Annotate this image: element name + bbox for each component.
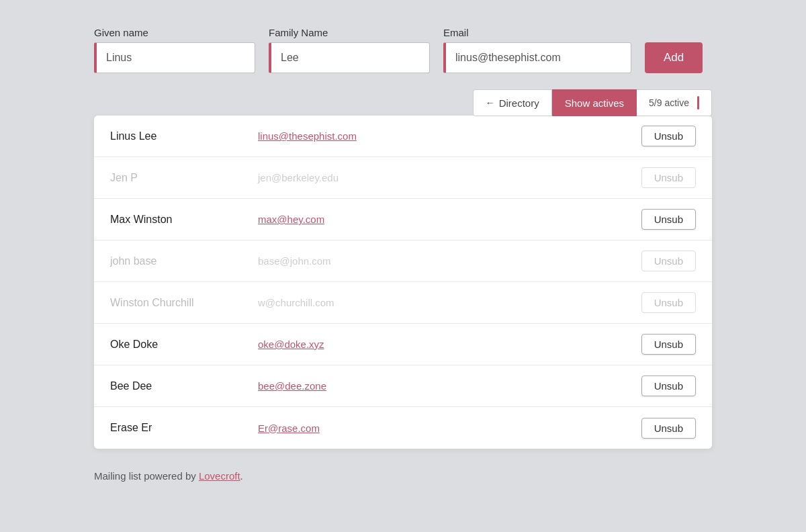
table-row: john base base@john.com Unsub (94, 240, 712, 282)
row-email: max@hey.com (258, 214, 641, 225)
unsub-button[interactable]: Unsub (641, 209, 696, 230)
row-email: oke@doke.xyz (258, 339, 641, 350)
directory-label: Directory (499, 97, 539, 109)
unsub-button[interactable]: Unsub (641, 418, 696, 439)
row-name: Jen P (110, 172, 258, 184)
show-actives-label: Show actives (565, 97, 624, 109)
row-email: w@churchill.com (258, 297, 641, 308)
table-row: Linus Lee linus@thesephist.com Unsub (94, 116, 712, 157)
directory-button[interactable]: ← Directory (473, 89, 552, 116)
family-name-input[interactable] (269, 42, 430, 73)
table-row: Max Winston max@hey.com Unsub (94, 199, 712, 240)
row-name: Max Winston (110, 214, 258, 226)
row-email: base@john.com (258, 255, 641, 267)
add-button[interactable]: Add (645, 42, 703, 73)
email-link[interactable]: max@hey.com (258, 214, 324, 225)
row-email: jen@berkeley.edu (258, 172, 641, 183)
email-group: Email (443, 27, 631, 73)
email-input[interactable] (443, 42, 631, 73)
row-name: Bee Dee (110, 380, 258, 392)
unsub-button[interactable]: Unsub (641, 167, 696, 188)
email-link[interactable]: linus@thesephist.com (258, 130, 357, 142)
given-name-group: Given name (94, 27, 255, 73)
unsub-button[interactable]: Unsub (641, 251, 696, 271)
subscribers-table: Linus Lee linus@thesephist.com Unsub Jen… (94, 116, 712, 449)
row-email: Er@rase.com (258, 423, 641, 434)
email-link[interactable]: jen@berkeley.edu (258, 172, 339, 183)
table-row: Oke Doke oke@doke.xyz Unsub (94, 324, 712, 365)
given-name-input[interactable] (94, 42, 255, 73)
footer-text: Mailing list powered by (94, 470, 199, 482)
row-name: Winston Churchill (110, 297, 258, 309)
table-row: Erase Er Er@rase.com Unsub (94, 407, 712, 449)
email-link[interactable]: bee@dee.zone (258, 380, 326, 392)
email-link[interactable]: oke@doke.xyz (258, 339, 324, 350)
email-label: Email (443, 27, 631, 38)
unsub-button[interactable]: Unsub (641, 334, 696, 355)
row-name: Linus Lee (110, 130, 258, 142)
email-link[interactable]: base@john.com (258, 255, 331, 267)
email-link[interactable]: w@churchill.com (258, 297, 334, 308)
table-row: Winston Churchill w@churchill.com Unsub (94, 282, 712, 324)
table-row: Jen P jen@berkeley.edu Unsub (94, 157, 712, 199)
footer-period: . (240, 470, 243, 482)
row-name: Oke Doke (110, 339, 258, 351)
lovecroft-link[interactable]: Lovecroft (199, 470, 240, 482)
main-container: Given name Family Name Email Add ← Direc… (94, 27, 712, 482)
count-button[interactable]: 5/9 active (637, 89, 712, 116)
unsub-button[interactable]: Unsub (641, 292, 696, 313)
row-email: linus@thesephist.com (258, 130, 641, 142)
count-indicator (697, 96, 699, 109)
unsub-button[interactable]: Unsub (641, 126, 696, 146)
back-arrow-icon: ← (486, 97, 495, 108)
email-link[interactable]: Er@rase.com (258, 423, 320, 434)
row-email: bee@dee.zone (258, 380, 641, 392)
row-name: Erase Er (110, 422, 258, 434)
family-name-label: Family Name (269, 27, 430, 38)
row-name: john base (110, 255, 258, 267)
unsub-button[interactable]: Unsub (641, 375, 696, 396)
show-actives-button[interactable]: Show actives (552, 89, 637, 116)
footer: Mailing list powered by Lovecroft. (94, 470, 712, 482)
count-label: 5/9 active (649, 97, 689, 108)
given-name-label: Given name (94, 27, 255, 38)
family-name-group: Family Name (269, 27, 430, 73)
add-subscriber-form: Given name Family Name Email Add (94, 27, 712, 73)
table-row: Bee Dee bee@dee.zone Unsub (94, 365, 712, 407)
toolbar: ← Directory Show actives 5/9 active (94, 89, 712, 116)
